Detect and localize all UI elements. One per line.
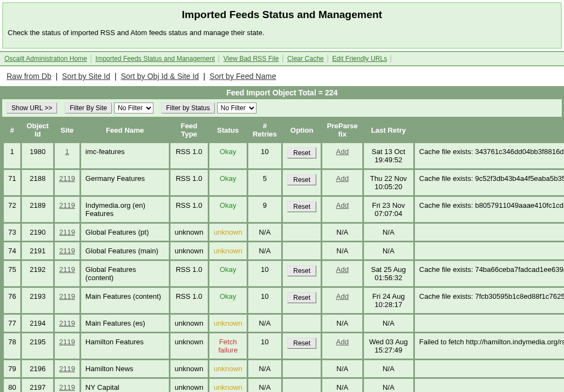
add-link[interactable]: Add bbox=[336, 147, 349, 156]
nav-clear-cache[interactable]: Clear Cache bbox=[287, 55, 328, 63]
cell-object-id: 2194 bbox=[22, 315, 53, 332]
cell-retries: N/A bbox=[248, 379, 281, 392]
site-link[interactable]: 2119 bbox=[59, 201, 75, 209]
cell-last-retry: N/A bbox=[364, 224, 413, 241]
reset-button[interactable]: Reset bbox=[287, 292, 316, 303]
add-link[interactable]: Add bbox=[336, 338, 349, 346]
add-link[interactable]: Add bbox=[336, 174, 349, 183]
site-link[interactable]: 2119 bbox=[59, 292, 75, 300]
cell-site: 1 bbox=[55, 143, 79, 168]
cell-status: unknown bbox=[209, 242, 247, 259]
site-link[interactable]: 2119 bbox=[59, 228, 75, 236]
cell-feed-name: Main Features (content) bbox=[81, 288, 169, 313]
cell-option: Reset bbox=[283, 197, 321, 222]
cell-last-error bbox=[415, 224, 564, 241]
cell-retries: 10 bbox=[248, 261, 281, 286]
cell-num: 77 bbox=[4, 315, 20, 332]
cell-status: Okay bbox=[209, 197, 247, 222]
sort-by-obj-site[interactable]: Sort by Obj Id & Site Id bbox=[121, 72, 198, 81]
cell-status: Okay bbox=[209, 143, 247, 168]
cell-feed-type: unknown bbox=[170, 224, 208, 241]
cell-retries: 5 bbox=[248, 170, 281, 195]
site-link[interactable]: 2119 bbox=[59, 247, 75, 255]
status-text: Okay bbox=[220, 147, 236, 156]
reset-button[interactable]: Reset bbox=[287, 147, 316, 158]
cell-retries: N/A bbox=[248, 242, 281, 259]
nav-admin-home[interactable]: Oscailt Administration Home bbox=[4, 55, 92, 63]
cell-site: 2119 bbox=[55, 242, 79, 259]
sort-by-site[interactable]: Sort by Site Id bbox=[62, 72, 110, 81]
site-link[interactable]: 2119 bbox=[59, 319, 75, 327]
page-title: Imported Feeds Status and Management bbox=[8, 9, 556, 21]
site-link[interactable]: 1 bbox=[65, 147, 69, 156]
cell-site: 2119 bbox=[55, 197, 79, 222]
col-last-error: Last Error / Cach bbox=[415, 118, 564, 141]
filter-by-status-button[interactable]: Filter by Status bbox=[161, 103, 215, 113]
col-last-retry: Last Retry bbox=[364, 118, 413, 141]
cell-last-error bbox=[415, 242, 564, 259]
cell-num: 72 bbox=[4, 197, 20, 222]
cell-preparse: N/A bbox=[322, 224, 362, 241]
cell-last-retry: Fri 23 Nov 07:07:04 bbox=[364, 197, 413, 222]
col-status: Status bbox=[209, 118, 247, 141]
cell-last-retry: Thu 22 Nov 10:05:20 bbox=[364, 170, 413, 195]
cell-preparse: Add bbox=[322, 333, 362, 359]
sort-by-name[interactable]: Sort by Feed Name bbox=[209, 72, 276, 81]
table-row: 7621932119Main Features (content)RSS 1.0… bbox=[4, 288, 564, 313]
status-text: unknown bbox=[214, 383, 242, 391]
cell-feed-name: Hamilton Features bbox=[81, 333, 169, 359]
cell-preparse: Add bbox=[322, 288, 362, 313]
cell-site: 2119 bbox=[55, 379, 79, 392]
col-object-id: Object Id bbox=[22, 118, 53, 141]
cell-retries: N/A bbox=[248, 315, 281, 332]
cell-feed-type: RSS 1.0 bbox=[170, 170, 208, 195]
filter-by-site-button[interactable]: Filter By Site bbox=[65, 103, 112, 113]
status-text: unknown bbox=[214, 365, 242, 373]
add-link[interactable]: Add bbox=[336, 292, 349, 300]
table-row: 119801imc-featuresRSS 1.0Okay10ResetAddS… bbox=[4, 143, 564, 168]
col-preparse: PreParse fix bbox=[322, 118, 362, 141]
cell-feed-name: Global Features (pt) bbox=[81, 224, 169, 241]
site-link[interactable]: 2119 bbox=[59, 265, 75, 274]
cell-retries: 10 bbox=[248, 333, 281, 359]
site-link[interactable]: 2119 bbox=[59, 383, 75, 391]
cell-num: 74 bbox=[4, 242, 20, 259]
table-row: 7821952119Hamilton FeaturesunknownFetch … bbox=[4, 333, 564, 359]
add-link[interactable]: Add bbox=[336, 265, 349, 274]
cell-feed-name: Hamilton News bbox=[81, 360, 169, 377]
sort-raw[interactable]: Raw from Db bbox=[7, 72, 52, 81]
cell-retries: 10 bbox=[248, 288, 281, 313]
col-feed-name: Feed Name bbox=[81, 118, 169, 141]
cell-num: 1 bbox=[4, 143, 20, 168]
reset-button[interactable]: Reset bbox=[287, 174, 316, 185]
cell-status: unknown bbox=[209, 360, 247, 377]
cell-site: 2119 bbox=[55, 224, 79, 241]
cell-option: Reset bbox=[283, 143, 321, 168]
site-link[interactable]: 2119 bbox=[59, 338, 75, 346]
col-option: Option bbox=[283, 118, 321, 141]
cell-feed-type: unknown bbox=[170, 333, 208, 359]
cell-preparse: Add bbox=[322, 261, 362, 286]
add-link[interactable]: Add bbox=[336, 201, 349, 209]
filter-by-site-select[interactable]: No Filter bbox=[114, 103, 153, 113]
reset-button[interactable]: Reset bbox=[287, 201, 316, 212]
table-row: 7121882119Germany FeaturesRSS 1.0Okay5Re… bbox=[4, 170, 564, 195]
reset-button[interactable]: Reset bbox=[287, 338, 316, 349]
cell-option: Reset bbox=[283, 288, 321, 313]
filter-by-status-select[interactable]: No Filter bbox=[217, 103, 257, 113]
reset-button[interactable]: Reset bbox=[287, 265, 316, 276]
show-url-button[interactable]: Show URL >> bbox=[7, 103, 57, 113]
nav-edit-friendly-urls[interactable]: Edit Friendly URLs bbox=[332, 55, 391, 63]
cell-feed-type: RSS 1.0 bbox=[170, 261, 208, 286]
status-text: Okay bbox=[220, 201, 236, 209]
nav-imported-feeds[interactable]: Imported Feeds Status and Management bbox=[95, 55, 219, 63]
site-link[interactable]: 2119 bbox=[59, 365, 75, 373]
nav-view-bad-rss[interactable]: View Bad RSS File bbox=[224, 55, 283, 63]
status-text: unknown bbox=[214, 319, 242, 327]
cell-last-retry: Sat 25 Aug 01:56:32 bbox=[364, 261, 413, 286]
cell-num: 71 bbox=[4, 170, 20, 195]
cell-feed-type: unknown bbox=[170, 360, 208, 377]
cell-last-retry: N/A bbox=[364, 242, 413, 259]
site-link[interactable]: 2119 bbox=[59, 174, 75, 183]
cell-num: 75 bbox=[4, 261, 20, 286]
